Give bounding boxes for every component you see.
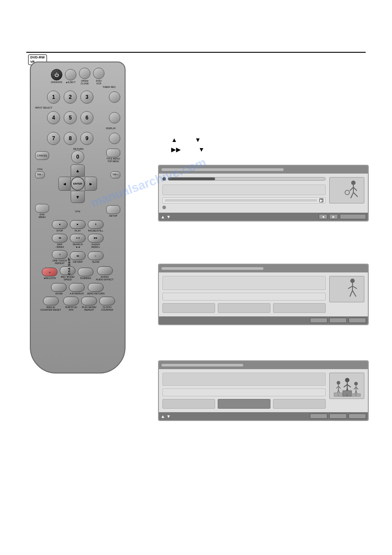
dvd-menu-button[interactable] xyxy=(35,204,49,213)
panel-2-sub-btn-3[interactable] xyxy=(273,303,326,313)
cancel-button[interactable]: CANCEL xyxy=(35,151,49,160)
operate-btn-group: ⏻ OPERATE xyxy=(51,69,62,83)
panel-3-body: 2 1 3 xyxy=(159,369,368,412)
panel-3-sub-btn-1[interactable] xyxy=(162,399,215,409)
open-close-btn-group: OPEN/ CLOSE xyxy=(79,68,90,85)
panel-2-sub-btn-2[interactable] xyxy=(218,303,270,313)
dpad-down-button[interactable]: ▼ xyxy=(71,191,85,203)
setup-button[interactable] xyxy=(106,205,120,214)
num-0-button[interactable]: 0 xyxy=(71,150,84,163)
remote-control: ⏻ OPERATE ▲EJECT OPEN/ CLOSE DVD/ VCR TI… xyxy=(30,62,126,374)
cm-skip-button[interactable]: ⏭ xyxy=(70,251,86,260)
rec-dub-audio-row: ● ●REC/DTR REC MODE/ SPEED DUBBING AUDIO… xyxy=(42,266,113,281)
footer-btn-prev[interactable]: ◄ xyxy=(319,214,327,219)
svg-line-2 xyxy=(350,187,353,191)
open-close-button[interactable] xyxy=(79,68,90,79)
input-select-label: INPUT SELECT xyxy=(35,106,52,109)
audio-effect-label: AUDIO/ AUDIO EFFECT xyxy=(96,276,113,281)
timer-rec-button[interactable] xyxy=(109,91,120,103)
one-touch-group: ↺ ONE TOUCH REPEAT xyxy=(52,250,68,265)
skip-index-minus-group: ⏮ SKIP −INDEX xyxy=(52,234,68,248)
panel-3-footer-btn-3[interactable] xyxy=(349,414,366,419)
panel-3-footer-btns xyxy=(310,414,366,419)
dpad-container: ▲ ◄ ENTER ► ▼ xyxy=(58,164,97,203)
pause-btn-group: ⏸ PAUSE/STILL xyxy=(88,220,104,232)
input-select-button[interactable] xyxy=(109,112,120,123)
dvd-vcr-button[interactable] xyxy=(93,68,104,79)
zero-return-label: ZERO RETURN xyxy=(87,292,104,295)
num-3-button[interactable]: 3 xyxy=(80,91,94,104)
subtitle-button[interactable] xyxy=(63,297,79,305)
panel-2-footer xyxy=(159,316,368,324)
clock-button[interactable] xyxy=(99,297,115,305)
progress-fill-1 xyxy=(168,178,215,180)
num-2-button[interactable]: 2 xyxy=(64,91,77,104)
svg-line-10 xyxy=(352,286,357,289)
svg-line-3 xyxy=(353,187,357,191)
one-touch-label: ONE TOUCH REPEAT xyxy=(53,259,67,265)
panel-3-sub-btn-2-selected[interactable] xyxy=(218,399,270,409)
svg-line-22 xyxy=(347,385,351,387)
rec-dtr-group: ● ●REC/DTR xyxy=(42,268,58,279)
svg-line-11 xyxy=(350,290,352,297)
timer-rec-label: TIMER REC xyxy=(103,86,116,88)
slow-button[interactable]: ▷ xyxy=(88,251,104,260)
footer-btn-action[interactable] xyxy=(340,214,366,219)
ch-skip-label: ChA SkIP xyxy=(68,258,71,275)
rec-dtr-button[interactable]: ● xyxy=(42,268,58,276)
one-touch-button[interactable]: ↺ xyxy=(52,250,68,259)
operate-button[interactable]: ⏻ xyxy=(51,69,62,80)
dpad-enter-button[interactable]: ENTER xyxy=(71,177,85,191)
eject-button[interactable] xyxy=(65,69,76,80)
play-button[interactable]: ▶ xyxy=(70,220,86,229)
dpad-left-button[interactable]: ◄ xyxy=(58,177,71,191)
ab-repeat-button[interactable] xyxy=(69,283,85,292)
panel-2-footer-btn-3[interactable] xyxy=(349,318,366,323)
panel-3-footer-btn-2[interactable] xyxy=(329,414,347,419)
audio-index-label: AUDIO/ INDEX+ xyxy=(91,243,100,248)
footer-btn-next[interactable]: ► xyxy=(329,214,338,219)
title-menu-btn-group: TITLE MENU/ TOP MENU xyxy=(106,149,120,163)
num-8-button[interactable]: 8 xyxy=(64,132,77,145)
num-4-button[interactable]: 4 xyxy=(47,111,60,124)
panel-2-footer-btn-1[interactable] xyxy=(310,318,327,323)
panel-3-btn-row xyxy=(162,399,326,409)
skip-index-minus-button[interactable]: ⏮ xyxy=(52,234,68,243)
angle-subtitle-row: ANGLE/ COUNTER RESET SUBTITLE/ ATR PLAY … xyxy=(40,297,115,311)
num-9-button[interactable]: 9 xyxy=(80,132,94,145)
audio-effect-button[interactable] xyxy=(97,266,113,275)
panel-2-text-2 xyxy=(162,293,326,301)
pause-button[interactable]: ⏸ xyxy=(88,220,104,229)
dubbing-button[interactable] xyxy=(78,268,94,276)
title-menu-button[interactable] xyxy=(106,149,120,157)
zoom-button[interactable] xyxy=(51,283,67,292)
num-1-button[interactable]: 1 xyxy=(47,91,60,104)
panel-2-sub-btn-1[interactable] xyxy=(162,303,215,313)
num-6-button[interactable]: 6 xyxy=(80,111,94,124)
display-button[interactable] xyxy=(109,133,120,144)
audio-index-button[interactable]: ▶▶ xyxy=(88,234,104,243)
trk-minus-button[interactable]: TRK − xyxy=(35,171,45,178)
zero-return-button[interactable] xyxy=(88,283,104,292)
num-7-button[interactable]: 7 xyxy=(47,132,60,145)
dvd-vcr-label: DVD/ VCR xyxy=(96,80,101,85)
play-mode-button[interactable] xyxy=(81,297,97,305)
stop-play-pause-row: ■ STOP ▶ PLAY ⏸ PAUSE/STILL xyxy=(52,220,104,232)
play-label: PLAY xyxy=(75,229,81,232)
panel-2-footer-btn-2[interactable] xyxy=(329,318,347,323)
svg-point-25 xyxy=(354,382,358,385)
dpad-up-button[interactable]: ▲ xyxy=(71,164,85,177)
num-5-button[interactable]: 5 xyxy=(64,111,77,124)
panel-1-search: ▶ xyxy=(162,197,326,203)
search-rew-button[interactable]: ◄◄ xyxy=(70,234,86,243)
angle-button[interactable] xyxy=(43,297,59,305)
footer-down-arrow: ▼ xyxy=(166,214,171,219)
trk-plus-button[interactable]: TRK + xyxy=(111,171,120,178)
top-rule xyxy=(26,52,366,53)
dpad-right-button[interactable]: ► xyxy=(85,177,97,191)
stop-label: STOP xyxy=(57,229,63,232)
panel-3-sub-btn-3[interactable] xyxy=(273,399,326,409)
panel-3-footer-btn-1[interactable] xyxy=(310,414,327,419)
panel-3-figure-svg: 2 1 3 xyxy=(331,374,363,398)
stop-button[interactable]: ■ xyxy=(52,220,68,229)
